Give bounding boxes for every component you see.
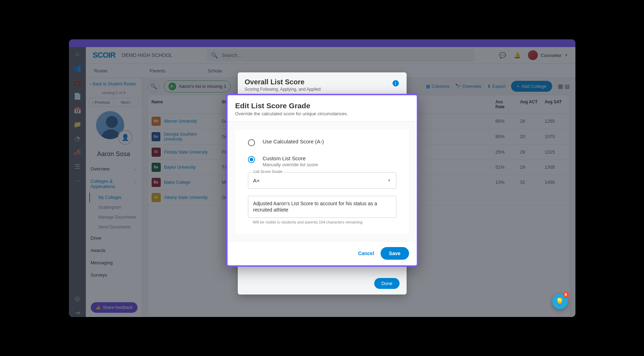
cancel-button[interactable]: Cancel [358, 251, 374, 256]
radio-custom-score[interactable]: Custom List Score Manually override list… [248, 155, 396, 167]
list-panel-sub: Scoring Following, Applying, and Applied [245, 87, 400, 92]
reason-textarea[interactable]: Adjusted Aaron's List Score to account f… [248, 196, 396, 218]
fab-badge: 8 [563, 292, 569, 298]
radio-hint: Manually override list score [263, 162, 318, 167]
radio-icon [248, 156, 255, 163]
info-icon[interactable]: i [393, 80, 399, 86]
radio-label: Use Calculated Score (A-) [263, 138, 324, 144]
list-panel-title: Overall List Score [245, 78, 400, 86]
lightbulb-icon: 💡 [555, 297, 564, 306]
radio-label: Custom List Score [263, 155, 318, 161]
radio-icon [248, 139, 255, 146]
textarea-hint: Will be visible to students and parents.… [248, 220, 396, 224]
radio-use-calculated[interactable]: Use Calculated Score (A-) [248, 138, 396, 146]
modal-title: Edit List Score Grade [235, 102, 409, 110]
edit-list-score-modal: Edit List Score Grade Override the calcu… [226, 94, 418, 267]
grade-select[interactable]: List Score Grade A+ ▼ [248, 172, 396, 189]
save-button[interactable]: Save [381, 247, 409, 260]
select-value: A+ [253, 177, 260, 183]
help-fab[interactable]: 💡 8 [552, 294, 568, 309]
select-legend: List Score Grade [252, 169, 284, 174]
done-button[interactable]: Done [374, 278, 399, 289]
modal-subtitle: Override the calculated score for unique… [235, 111, 409, 116]
chevron-down-icon: ▼ [388, 179, 391, 182]
